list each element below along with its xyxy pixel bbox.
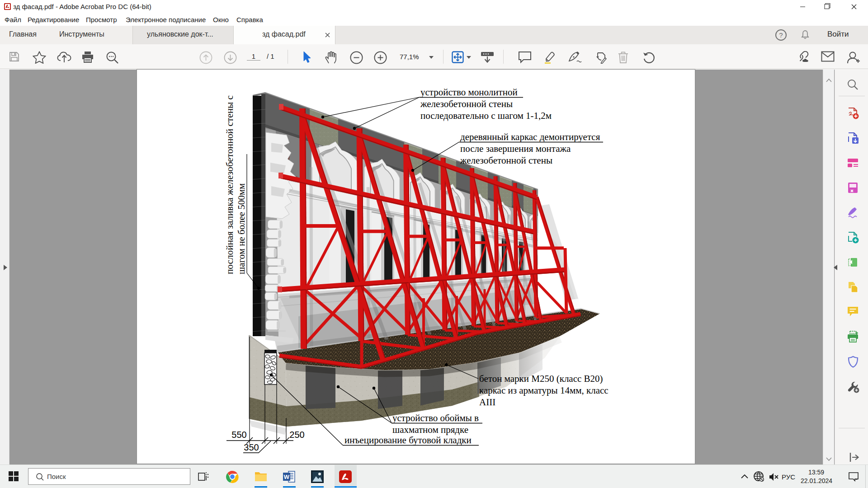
svg-text:послойная заливка железобетонн: послойная заливка железобетонной стены с — [224, 95, 235, 274]
svg-text:бетон марки М250 (класс В20): бетон марки М250 (класс В20) — [479, 373, 603, 384]
svg-text:устройство монолитной: устройство монолитной — [420, 87, 518, 98]
svg-text:550: 550 — [231, 430, 246, 440]
svg-text:деревянный каркас демонтируетс: деревянный каркас демонтируется — [460, 131, 600, 142]
svg-text:устройство обоймы в: устройство обоймы в — [392, 413, 479, 423]
svg-text:инъецирование бутовой кладки: инъецирование бутовой кладки — [344, 435, 472, 446]
svg-text:шахматном прядке: шахматном прядке — [392, 424, 468, 435]
svg-text:каркас из арматуры 14мм, класс: каркас из арматуры 14мм, класс — [479, 385, 609, 396]
svg-text:железобетонной стены: железобетонной стены — [420, 99, 513, 109]
svg-text:АIII: АIII — [479, 397, 495, 408]
svg-text:350: 350 — [244, 442, 259, 452]
svg-text:250: 250 — [289, 430, 304, 440]
svg-text:?: ? — [779, 31, 783, 39]
svg-text:последовательно с шагом 1-1,2м: последовательно с шагом 1-1,2м — [420, 110, 552, 121]
svg-text:железобетонной стены: железобетонной стены — [460, 155, 552, 166]
svg-text:W: W — [284, 474, 290, 480]
svg-text:шагом не более 500мм: шагом не более 500мм — [236, 183, 247, 274]
svg-text:после завершения монтажа: после завершения монтажа — [460, 143, 571, 154]
